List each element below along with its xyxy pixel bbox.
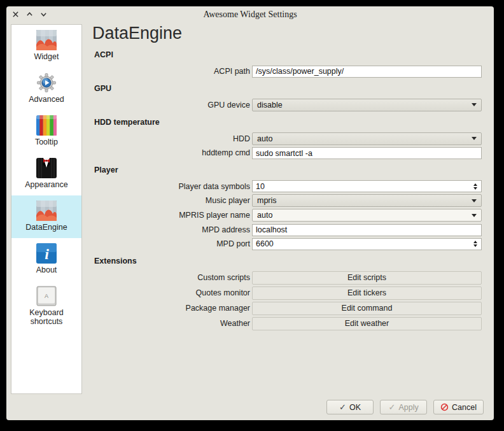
- sidebar-item-label: About: [36, 265, 57, 274]
- sidebar-item-label: Tooltip: [35, 138, 58, 146]
- mpd-address-input[interactable]: [252, 224, 482, 236]
- section-heading-extensions: Extensions: [94, 257, 484, 265]
- package-manager-label: Package manager: [86, 304, 252, 313]
- mpris-player-name-select[interactable]: auto: [252, 209, 482, 222]
- form-row: Weather Edit weather: [86, 317, 484, 330]
- keyboard-key-icon: [36, 286, 57, 306]
- sidebar-item-keyboard-shortcuts[interactable]: Keyboard shortcuts: [11, 281, 81, 332]
- chevron-down-icon: [472, 103, 477, 106]
- page-title: DataEngine: [92, 23, 484, 44]
- sidebar-item-about[interactable]: About: [11, 238, 81, 281]
- gpu-device-label: GPU device: [86, 101, 252, 110]
- chevron-down-icon: [472, 199, 477, 202]
- form-row: hddtemp cmd: [86, 147, 484, 160]
- player-data-symbols-label: Player data symbols: [86, 182, 252, 191]
- chevron-down-icon: [472, 137, 477, 140]
- edit-tickers-button[interactable]: Edit tickers: [252, 286, 482, 300]
- spin-down-icon[interactable]: [473, 244, 477, 247]
- sidebar-item-label: Widget: [34, 52, 59, 61]
- no-entry-icon: [440, 403, 449, 411]
- section-heading-acpi: ACPI: [94, 50, 484, 59]
- hdd-select[interactable]: auto: [252, 132, 482, 145]
- stripes-icon: [36, 115, 57, 136]
- form-row: ACPI path: [86, 65, 484, 78]
- mpd-port-input[interactable]: [253, 239, 473, 250]
- sidebar-item-label: Appearance: [25, 180, 67, 189]
- spin-down-icon[interactable]: [473, 187, 477, 190]
- ok-button-label: OK: [349, 403, 361, 412]
- form-row: Custom scripts Edit scripts: [86, 271, 484, 285]
- spinner-arrows: [473, 183, 481, 190]
- tuxedo-icon: [36, 158, 57, 178]
- dialog-buttons: ✓ OK ✓ Apply Cancel: [326, 400, 484, 414]
- sidebar-item-appearance[interactable]: Appearance: [11, 153, 81, 195]
- gear-icon: [36, 73, 57, 93]
- form-row: MPD port: [86, 238, 484, 250]
- cancel-button-label: Cancel: [452, 403, 477, 412]
- chart-icon: [36, 30, 57, 50]
- selected-value: auto: [257, 211, 272, 220]
- acpi-path-input[interactable]: [252, 66, 482, 78]
- form-row: MPD address: [86, 223, 484, 236]
- form-row: GPU device disable: [86, 99, 484, 111]
- spin-up-icon[interactable]: [473, 183, 477, 186]
- edit-weather-button[interactable]: Edit weather: [252, 317, 482, 330]
- hddtemp-cmd-label: hddtemp cmd: [86, 148, 252, 157]
- music-player-label: Music player: [86, 196, 252, 205]
- section-heading-hdd-temperature: HDD temperature: [94, 118, 484, 127]
- sidebar-item-tooltip[interactable]: Tooltip: [11, 110, 81, 153]
- section-heading-gpu: GPU: [94, 84, 484, 93]
- mpd-address-label: MPD address: [86, 225, 252, 234]
- gpu-device-select[interactable]: disable: [252, 99, 482, 111]
- sidebar-item-widget[interactable]: Widget: [11, 25, 81, 67]
- hdd-label: HDD: [86, 134, 252, 143]
- apply-button[interactable]: ✓ Apply: [380, 400, 427, 414]
- ok-button[interactable]: ✓ OK: [326, 400, 374, 414]
- chart-icon: [36, 201, 57, 221]
- spinner-arrows: [473, 241, 481, 247]
- dataengine-page: DataEngine ACPI ACPI path GPU GPU device…: [86, 6, 484, 332]
- apply-button-label: Apply: [398, 403, 418, 412]
- sidebar-item-dataengine[interactable]: DataEngine: [11, 195, 81, 238]
- section-heading-player: Player: [94, 166, 484, 174]
- selected-value: mpris: [257, 196, 277, 205]
- acpi-path-label: ACPI path: [86, 67, 252, 76]
- sidebar-item-label: DataEngine: [25, 223, 67, 232]
- spin-up-icon[interactable]: [473, 241, 477, 243]
- chevron-down-icon: [472, 214, 477, 217]
- edit-command-button[interactable]: Edit command: [252, 302, 482, 315]
- form-row: Quotes monitor Edit tickers: [86, 286, 484, 300]
- check-icon: ✓: [388, 403, 395, 411]
- mpd-port-label: MPD port: [86, 239, 252, 248]
- sidebar: Widget Advanced Tooltip Appearance DataE…: [11, 24, 82, 394]
- sidebar-item-label: Advanced: [29, 95, 64, 104]
- weather-label: Weather: [86, 319, 252, 328]
- music-player-select[interactable]: mpris: [252, 194, 482, 207]
- player-data-symbols-input[interactable]: [253, 181, 473, 192]
- mpris-player-name-label: MPRIS player name: [86, 211, 252, 220]
- info-icon: [36, 243, 57, 264]
- sidebar-item-label: Keyboard shortcuts: [24, 308, 69, 326]
- mpd-port-spinner[interactable]: [252, 238, 482, 250]
- sidebar-item-advanced[interactable]: Advanced: [11, 67, 81, 110]
- check-icon: ✓: [339, 403, 346, 411]
- form-row: Player data symbols: [86, 180, 484, 192]
- form-row: HDD auto: [86, 132, 484, 145]
- custom-scripts-label: Custom scripts: [86, 273, 252, 282]
- cancel-button[interactable]: Cancel: [433, 400, 484, 414]
- settings-window: Awesome Widget Settings Widget Advanced …: [6, 6, 494, 420]
- hddtemp-cmd-input[interactable]: [252, 147, 482, 159]
- form-row: Music player mpris: [86, 194, 484, 207]
- edit-scripts-button[interactable]: Edit scripts: [252, 271, 482, 285]
- selected-value: auto: [257, 134, 272, 143]
- player-data-symbols-spinner[interactable]: [252, 180, 482, 192]
- selected-value: disable: [257, 101, 283, 110]
- form-row: Package manager Edit command: [86, 302, 484, 315]
- form-row: MPRIS player name auto: [86, 209, 484, 222]
- quotes-monitor-label: Quotes monitor: [86, 288, 252, 297]
